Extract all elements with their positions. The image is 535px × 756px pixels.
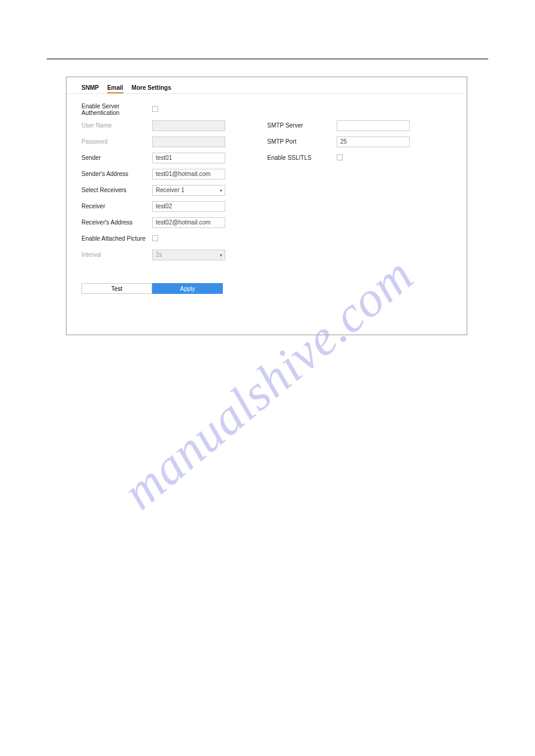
enable-auth-checkbox[interactable] bbox=[152, 106, 158, 112]
right-column: SMTP Server SMTP Port Enable SSL/TLS bbox=[267, 101, 447, 294]
interval-dropdown[interactable]: 2s ▾ bbox=[152, 250, 225, 260]
username-label: User Name bbox=[81, 122, 152, 129]
form-area: Enable Server Authentication User Name P… bbox=[67, 94, 467, 294]
password-label: Password bbox=[81, 138, 152, 145]
smtp-server-input[interactable] bbox=[337, 120, 410, 131]
receiver-label: Receiver bbox=[81, 203, 152, 210]
select-receivers-dropdown[interactable]: Receiver 1 ▾ bbox=[152, 185, 225, 196]
left-column: Enable Server Authentication User Name P… bbox=[81, 101, 267, 294]
button-row: Test Apply bbox=[81, 283, 267, 294]
interval-label: Interval bbox=[81, 251, 152, 258]
select-receivers-label: Select Receivers bbox=[81, 187, 152, 193]
sender-input[interactable] bbox=[152, 153, 225, 163]
password-input[interactable] bbox=[152, 136, 225, 147]
tab-snmp[interactable]: SNMP bbox=[81, 84, 99, 93]
interval-value: 2s bbox=[156, 251, 162, 258]
enable-attached-checkbox[interactable] bbox=[152, 235, 158, 241]
sender-label: Sender bbox=[81, 154, 152, 161]
chevron-down-icon: ▾ bbox=[220, 252, 222, 257]
smtp-port-input[interactable] bbox=[337, 136, 410, 147]
sender-address-label: Sender's Address bbox=[81, 171, 152, 177]
tab-bar: SNMP Email More Settings bbox=[67, 77, 467, 94]
enable-auth-label: Enable Server Authentication bbox=[81, 103, 152, 116]
apply-button[interactable]: Apply bbox=[152, 283, 223, 294]
enable-ssl-checkbox[interactable] bbox=[337, 154, 343, 160]
enable-ssl-label: Enable SSL/TLS bbox=[267, 154, 337, 161]
smtp-port-label: SMTP Port bbox=[267, 138, 337, 145]
username-input[interactable] bbox=[152, 120, 225, 131]
receiver-address-input[interactable] bbox=[152, 217, 225, 228]
chevron-down-icon: ▾ bbox=[220, 187, 222, 193]
smtp-server-label: SMTP Server bbox=[267, 122, 337, 129]
tab-more-settings[interactable]: More Settings bbox=[132, 84, 171, 93]
receiver-address-label: Receiver's Address bbox=[81, 219, 152, 226]
sender-address-input[interactable] bbox=[152, 169, 225, 180]
top-rule bbox=[47, 59, 488, 59]
test-button[interactable]: Test bbox=[81, 283, 152, 294]
select-receivers-value: Receiver 1 bbox=[156, 187, 185, 193]
receiver-input[interactable] bbox=[152, 201, 225, 212]
enable-attached-label: Enable Attached Picture bbox=[81, 235, 152, 242]
tab-email[interactable]: Email bbox=[107, 84, 123, 93]
settings-panel: SNMP Email More Settings Enable Server A… bbox=[66, 77, 467, 335]
